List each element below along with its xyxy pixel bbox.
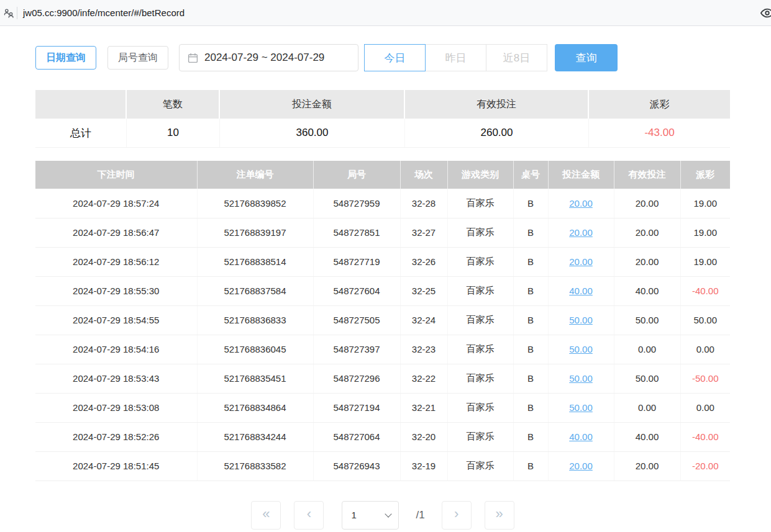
summary-bet-amount-value: 360.00	[220, 119, 405, 147]
bet-id-cell: 521768837584	[197, 276, 313, 305]
table-no-cell: B	[513, 451, 548, 480]
main-content: 日期查询 局号查询 2024-07-29 ~ 2024-07-29 今日 昨日 …	[0, 44, 771, 530]
bet-amount-link[interactable]: 50.00	[569, 344, 593, 354]
payout-cell: 19.00	[680, 247, 730, 276]
session-cell: 32-26	[400, 247, 447, 276]
bet-id-cell: 521768838514	[197, 247, 313, 276]
header-game-type: 游戏类别	[447, 161, 513, 189]
date-range-picker[interactable]: 2024-07-29 ~ 2024-07-29	[179, 44, 358, 71]
bet-amount-link[interactable]: 40.00	[569, 431, 593, 442]
payout-cell: 0.00	[680, 393, 730, 422]
payout-value: 0.00	[696, 402, 714, 413]
bet-amount-link[interactable]: 40.00	[569, 286, 593, 296]
table-row: 2024-07-29 18:51:45 521768833582 5487269…	[35, 451, 730, 480]
search-button[interactable]: 查询	[555, 44, 618, 71]
table-header-row: 下注时间 注单编号 局号 场次 游戏类别 桌号 投注金额 有效投注 派彩	[35, 161, 730, 189]
game-type-cell: 百家乐	[447, 393, 513, 422]
round-query-tab-button[interactable]: 局号查询	[107, 46, 168, 70]
bet-time-cell: 2024-07-29 18:52:26	[35, 422, 197, 451]
round-no-cell: 548727604	[313, 276, 400, 305]
table-no-cell: B	[513, 364, 548, 393]
payout-cell: -40.00	[680, 276, 730, 305]
today-button[interactable]: 今日	[364, 44, 426, 71]
bet-time-cell: 2024-07-29 18:56:47	[35, 218, 197, 247]
round-no-cell: 548727851	[313, 218, 400, 247]
summary-table: 笔数 投注金额 有效投注 派彩 总计 10 360.00 260.00 -43.…	[35, 90, 730, 148]
bet-amount-cell: 20.00	[548, 247, 614, 276]
bet-time-cell: 2024-07-29 18:55:30	[35, 276, 197, 305]
table-no-cell: B	[513, 335, 548, 364]
valid-bet-cell: 0.00	[614, 393, 680, 422]
payout-cell: 0.00	[680, 335, 730, 364]
table-row: 2024-07-29 18:56:47 521768839197 5487278…	[35, 218, 730, 247]
summary-header-count: 笔数	[127, 90, 220, 119]
bet-time-cell: 2024-07-29 18:56:12	[35, 247, 197, 276]
yesterday-button[interactable]: 昨日	[425, 44, 486, 71]
header-session: 场次	[400, 161, 447, 189]
bet-time-cell: 2024-07-29 18:54:16	[35, 335, 197, 364]
table-row: 2024-07-29 18:54:55 521768836833 5487275…	[35, 305, 730, 335]
session-cell: 32-22	[400, 364, 447, 393]
game-type-cell: 百家乐	[447, 451, 513, 480]
bet-time-cell: 2024-07-29 18:57:24	[35, 189, 197, 218]
summary-header-bet-amount: 投注金额	[220, 90, 405, 119]
bet-amount-link[interactable]: 20.00	[569, 461, 593, 471]
game-type-cell: 百家乐	[447, 422, 513, 451]
summary-header-row: 笔数 投注金额 有效投注 派彩	[35, 90, 730, 119]
valid-bet-cell: 0.00	[614, 335, 680, 364]
last-page-button[interactable]: »	[485, 501, 514, 530]
game-type-cell: 百家乐	[447, 364, 513, 393]
game-type-cell: 百家乐	[447, 218, 513, 247]
table-no-cell: B	[513, 189, 548, 218]
payout-value: -40.00	[692, 431, 719, 442]
bet-id-cell: 521768839852	[197, 189, 313, 218]
summary-header-payout: 派彩	[589, 90, 730, 119]
payout-cell: 50.00	[680, 305, 730, 335]
bet-amount-link[interactable]: 50.00	[569, 373, 593, 384]
bet-id-cell: 521768835451	[197, 364, 313, 393]
payout-value: 19.00	[693, 227, 717, 238]
bet-amount-link[interactable]: 50.00	[569, 402, 593, 413]
bet-amount-link[interactable]: 20.00	[569, 198, 593, 209]
game-type-cell: 百家乐	[447, 276, 513, 305]
bet-amount-link[interactable]: 20.00	[569, 227, 593, 238]
next-page-button[interactable]: ›	[442, 501, 472, 530]
first-page-button[interactable]: «	[251, 501, 281, 530]
game-type-cell: 百家乐	[447, 335, 513, 364]
table-no-cell: B	[513, 218, 548, 247]
bet-id-cell: 521768839197	[197, 218, 313, 247]
date-query-tab-button[interactable]: 日期查询	[35, 46, 96, 70]
round-no-cell: 548727296	[313, 364, 400, 393]
session-cell: 32-19	[400, 451, 447, 480]
table-no-cell: B	[513, 422, 548, 451]
page-select-dropdown[interactable]: 1	[342, 501, 399, 530]
session-cell: 32-28	[400, 189, 447, 218]
browser-bar: jw05.cc:9900/infe/mcenter/#/betRecord	[0, 0, 771, 26]
prev-page-button[interactable]: ‹	[294, 501, 324, 530]
address-bar-url[interactable]: jw05.cc:9900/infe/mcenter/#/betRecord	[23, 7, 185, 18]
table-row: 2024-07-29 18:57:24 521768839852 5487279…	[35, 189, 730, 218]
header-bet-amount: 投注金额	[548, 161, 614, 189]
chevron-left-icon: ‹	[307, 507, 311, 521]
round-no-cell: 548727397	[313, 335, 400, 364]
summary-total-row: 总计 10 360.00 260.00 -43.00	[35, 119, 730, 147]
bet-amount-link[interactable]: 50.00	[569, 315, 593, 325]
header-valid-bet: 有效投注	[614, 161, 680, 189]
eye-icon[interactable]	[760, 6, 771, 22]
valid-bet-cell: 50.00	[614, 364, 680, 393]
bet-amount-cell: 40.00	[548, 276, 614, 305]
table-row: 2024-07-29 18:52:26 521768834244 5487270…	[35, 422, 730, 451]
bet-amount-link[interactable]: 20.00	[569, 256, 593, 267]
bet-time-cell: 2024-07-29 18:53:43	[35, 364, 197, 393]
bet-time-cell: 2024-07-29 18:51:45	[35, 451, 197, 480]
header-round-no: 局号	[313, 161, 400, 189]
last-8-days-button[interactable]: 近8日	[486, 44, 547, 71]
site-icon[interactable]	[0, 8, 17, 18]
summary-total-label: 总计	[35, 119, 127, 147]
payout-value: 50.00	[693, 315, 717, 325]
valid-bet-cell: 40.00	[614, 276, 680, 305]
table-row: 2024-07-29 18:53:43 521768835451 5487272…	[35, 364, 730, 393]
session-cell: 32-20	[400, 422, 447, 451]
payout-value: -50.00	[692, 373, 719, 384]
table-no-cell: B	[513, 305, 548, 335]
